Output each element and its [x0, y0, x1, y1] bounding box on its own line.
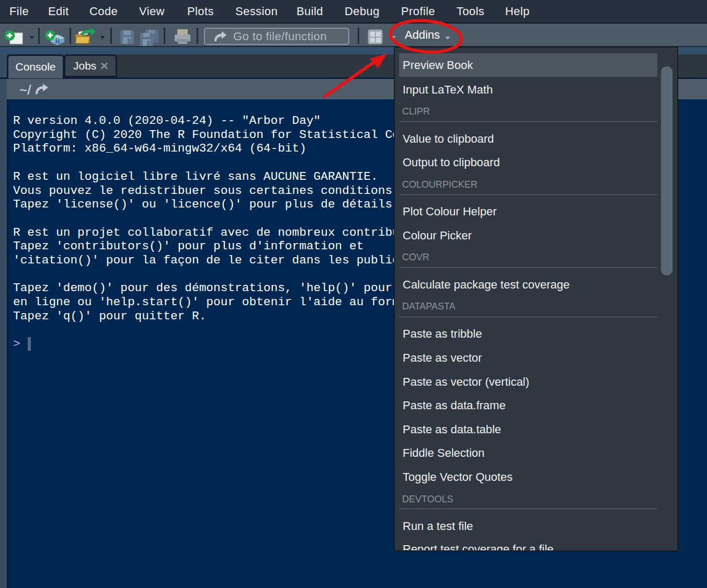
svg-text:R: R — [55, 37, 61, 45]
